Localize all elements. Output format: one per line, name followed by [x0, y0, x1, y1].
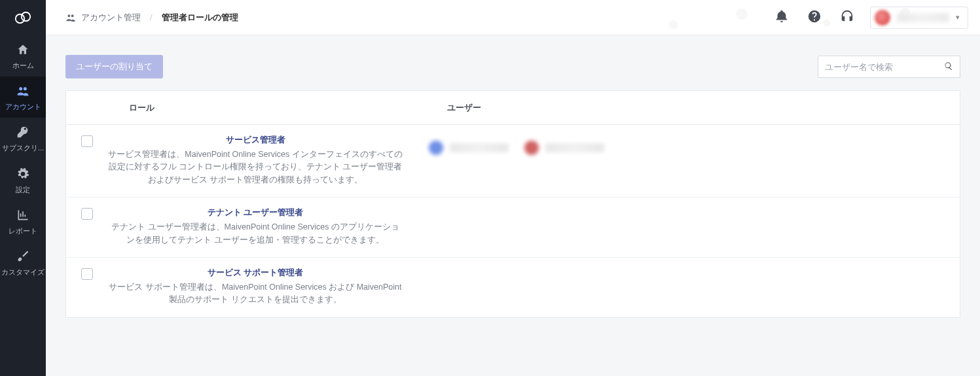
assign-user-button[interactable]: ユーザーの割り当て — [65, 55, 163, 78]
table-row: サービス サポート管理者 サービス サポート管理者は、MaivenPoint O… — [66, 258, 960, 317]
sidebar-item-label: サブスクリ... — [2, 144, 44, 152]
user-menu[interactable]: ▾ — [870, 7, 968, 29]
top-icons — [774, 9, 854, 26]
role-users — [416, 207, 960, 213]
breadcrumb-separator: / — [150, 12, 153, 22]
row-checkbox[interactable] — [81, 208, 93, 220]
search-icon[interactable] — [944, 61, 953, 73]
users-icon — [65, 12, 76, 23]
svg-point-0 — [16, 14, 25, 24]
sidebar-item-label: レポート — [9, 227, 37, 235]
roles-table: ロール ユーザー サービス管理者 サービス管理者は、MaivenPoint On… — [65, 90, 960, 318]
role-title[interactable]: サービス サポート管理者 — [108, 267, 403, 279]
chevron-down-icon: ▾ — [956, 13, 960, 22]
topbar: アカウント管理 / 管理者ロールの管理 ▾ — [46, 0, 980, 35]
breadcrumb: アカウント管理 / 管理者ロールの管理 — [65, 12, 238, 24]
help-icon[interactable] — [807, 9, 822, 26]
breadcrumb-current: 管理者ロールの管理 — [162, 12, 238, 24]
role-description: テナント ユーザー管理者は、MaivenPoint Online Service… — [108, 221, 403, 247]
row-checkbox[interactable] — [81, 268, 93, 280]
sidebar-item-customize[interactable]: カスタマイズ — [0, 242, 46, 283]
gear-icon — [16, 167, 29, 182]
chart-icon — [16, 209, 29, 223]
home-icon — [16, 43, 29, 58]
user-name-redacted — [450, 143, 509, 152]
avatar — [429, 141, 443, 155]
role-description: サービス管理者は、MaivenPoint Online Services インタ… — [108, 148, 403, 186]
bell-icon[interactable] — [774, 9, 789, 26]
sidebar-item-account[interactable]: アカウント — [0, 77, 46, 118]
svg-point-1 — [22, 12, 31, 22]
sidebar-item-label: 設定 — [16, 186, 30, 194]
table-header: ロール ユーザー — [66, 91, 960, 125]
avatar — [524, 141, 539, 155]
role-users — [416, 134, 960, 155]
search-input[interactable] — [825, 62, 939, 72]
main-content: ユーザーの割り当て ロール ユーザー サービス管理者 サービス管理者は、Maiv… — [46, 35, 980, 376]
table-row: テナント ユーザー管理者 テナント ユーザー管理者は、MaivenPoint O… — [66, 197, 960, 258]
breadcrumb-section[interactable]: アカウント管理 — [65, 12, 141, 24]
sidebar-item-home[interactable]: ホーム — [0, 35, 46, 77]
sidebar-item-label: アカウント — [5, 103, 41, 111]
table-row: サービス管理者 サービス管理者は、MaivenPoint Online Serv… — [66, 125, 960, 197]
sidebar-item-subscription[interactable]: サブスクリ... — [0, 118, 46, 159]
role-title[interactable]: サービス管理者 — [108, 134, 403, 146]
user-name-redacted — [897, 13, 949, 22]
search-box[interactable] — [818, 56, 960, 78]
role-users — [416, 267, 960, 273]
users-icon — [16, 84, 29, 99]
row-checkbox[interactable] — [81, 135, 93, 147]
user-chip[interactable] — [429, 141, 509, 155]
breadcrumb-section-label: アカウント管理 — [81, 12, 141, 24]
logo — [0, 0, 46, 35]
user-name-redacted — [545, 143, 604, 152]
headset-icon[interactable] — [840, 9, 854, 26]
column-header-user: ユーザー — [416, 102, 960, 114]
sidebar-item-label: ホーム — [12, 61, 34, 70]
avatar — [875, 10, 890, 26]
sidebar-item-report[interactable]: レポート — [0, 201, 46, 242]
actions-row: ユーザーの割り当て — [65, 55, 960, 78]
sidebar-item-settings[interactable]: 設定 — [0, 160, 46, 201]
sidebar-item-label: カスタマイズ — [1, 268, 45, 277]
role-title[interactable]: テナント ユーザー管理者 — [108, 207, 403, 218]
key-icon — [16, 126, 29, 140]
role-description: サービス サポート管理者は、MaivenPoint Online Service… — [108, 281, 403, 307]
column-header-role: ロール — [108, 102, 416, 114]
user-chip[interactable] — [524, 141, 604, 155]
brush-icon — [16, 250, 29, 264]
sidebar: ホーム アカウント サブスクリ... 設定 レポート カスタマイズ — [0, 0, 46, 376]
